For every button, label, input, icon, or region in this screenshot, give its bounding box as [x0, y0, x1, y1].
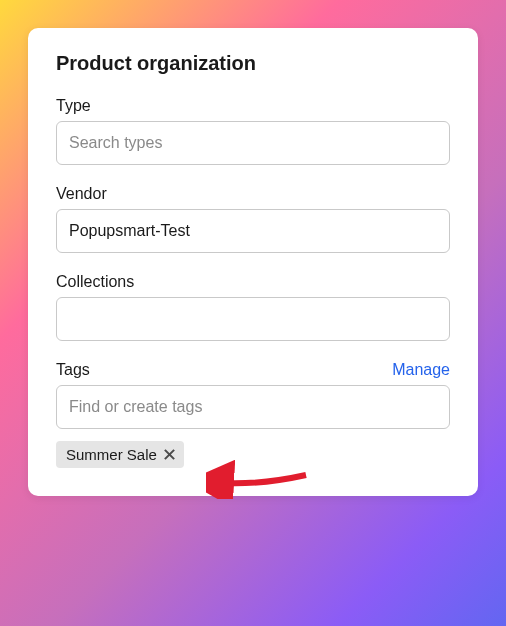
tag-list: Summer Sale: [56, 441, 450, 468]
close-icon: [163, 448, 176, 461]
collections-input[interactable]: [56, 297, 450, 341]
vendor-input[interactable]: [56, 209, 450, 253]
tag-chip: Summer Sale: [56, 441, 184, 468]
tags-label: Tags: [56, 361, 90, 379]
card-title: Product organization: [56, 52, 450, 75]
type-input[interactable]: [56, 121, 450, 165]
vendor-field-group: Vendor: [56, 185, 450, 253]
collections-label: Collections: [56, 273, 134, 291]
manage-tags-link[interactable]: Manage: [392, 361, 450, 379]
tag-label: Summer Sale: [66, 446, 157, 463]
collections-field-group: Collections: [56, 273, 450, 341]
tags-field-group: Tags Manage Summer Sale: [56, 361, 450, 468]
product-organization-card: Product organization Type Vendor Collect…: [28, 28, 478, 496]
type-label: Type: [56, 97, 91, 115]
remove-tag-button[interactable]: [163, 448, 176, 461]
tags-input[interactable]: [56, 385, 450, 429]
type-field-group: Type: [56, 97, 450, 165]
vendor-label: Vendor: [56, 185, 107, 203]
